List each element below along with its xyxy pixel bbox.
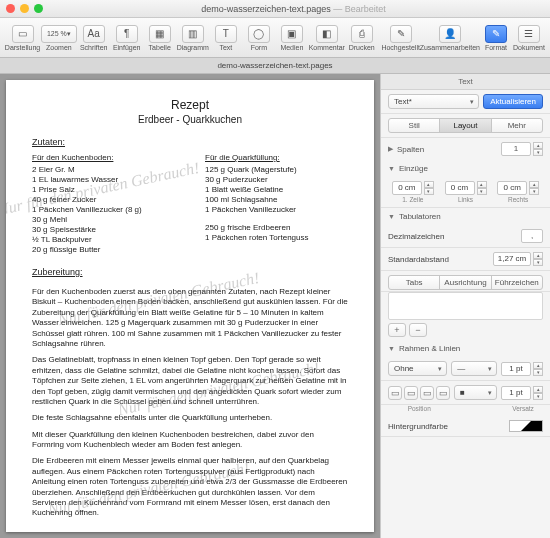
indent-first[interactable]: 0 cm: [392, 181, 422, 195]
canvas[interactable]: Nur für den privaten Gebrauch! Nur für d…: [0, 74, 380, 538]
traffic-lights: [6, 4, 43, 13]
border-pos-1[interactable]: ▭: [388, 386, 402, 400]
inspector: Text Text* Aktualisieren Stil Layout Meh…: [380, 74, 550, 538]
prep-heading: Zubereitung:: [32, 267, 348, 277]
remove-tabstop-button[interactable]: −: [409, 323, 427, 337]
insert-button[interactable]: ¶Einfügen: [112, 25, 142, 51]
update-style-button[interactable]: Aktualisieren: [483, 94, 543, 109]
columns-row[interactable]: ▶Spalten 1 ▴▾: [381, 138, 550, 160]
border-style-popup[interactable]: Ohne: [388, 361, 447, 376]
close-icon[interactable]: [6, 4, 15, 13]
ingredient-col-2: Für die Quarkfüllung: 125 g Quark (Mager…: [205, 153, 348, 255]
doc-status: Bearbeitet: [345, 4, 386, 14]
tab-layout[interactable]: Layout: [439, 118, 491, 133]
border-line-popup[interactable]: —: [451, 361, 497, 376]
tab-style[interactable]: Stil: [388, 118, 440, 133]
tip-button[interactable]: ✎Hochgestellt: [383, 25, 419, 51]
toolbar: ▭Darstellung 125 % ▾Zoomen AaSchriften ¶…: [0, 18, 550, 58]
window-title: demo-wasserzeichen-text.pages — Bearbeit…: [43, 4, 544, 14]
bg-color-well[interactable]: [509, 420, 543, 432]
recipe-title: Rezept: [32, 98, 348, 112]
page[interactable]: Nur für den privaten Gebrauch! Nur für d…: [6, 80, 374, 532]
indents-disclosure[interactable]: ▼Einzüge: [381, 160, 550, 177]
fonts-button[interactable]: AaSchriften: [79, 25, 109, 51]
border-pos-4[interactable]: ▭: [436, 386, 450, 400]
borders-disclosure[interactable]: ▼Rahmen & Linien: [381, 340, 550, 357]
chart-button[interactable]: ▥Diagramm: [178, 25, 208, 51]
recipe-subtitle: Erdbeer - Quarkkuchen: [32, 114, 348, 125]
border-color-popup[interactable]: ■: [454, 385, 497, 400]
ingredient-col-1: Für den Kuchenboden: 2 Eier Gr. M1 EL la…: [32, 153, 175, 255]
tab-columns-header: Tabs Ausrichtung Führzeichen: [388, 275, 543, 290]
format-button[interactable]: ✎Format: [481, 25, 511, 51]
collab-button[interactable]: 👤Zusammenarbeiten: [422, 25, 478, 51]
zoom-select[interactable]: 125 % ▾Zoomen: [42, 25, 76, 51]
step-down[interactable]: ▾: [533, 149, 543, 156]
minimize-icon[interactable]: [20, 4, 29, 13]
media-button[interactable]: ▣Medien: [277, 25, 307, 51]
tab-more[interactable]: Mehr: [491, 118, 543, 133]
step-up[interactable]: ▴: [533, 142, 543, 149]
tabstops-disclosure[interactable]: ▼Tabulatoren: [381, 208, 550, 225]
view-button[interactable]: ▭Darstellung: [6, 25, 39, 51]
comment-button[interactable]: ◧Kommentar: [310, 25, 344, 51]
add-tabstop-button[interactable]: +: [388, 323, 406, 337]
columns-field[interactable]: 1: [501, 142, 531, 156]
indent-right[interactable]: 0 cm: [497, 181, 527, 195]
tabstops-list[interactable]: [388, 292, 543, 320]
border-width-1[interactable]: 1 pt: [501, 362, 531, 376]
border-width-2[interactable]: 1 pt: [501, 386, 531, 400]
zoom-icon[interactable]: [34, 4, 43, 13]
default-tab-field[interactable]: 1,27 cm: [493, 252, 531, 266]
ingredients-heading: Zutaten:: [32, 137, 348, 147]
print-button[interactable]: ⎙Drucken: [347, 25, 377, 51]
shape-button[interactable]: ◯Form: [244, 25, 274, 51]
textbox-button[interactable]: TText: [211, 25, 241, 51]
document-tab[interactable]: demo-wasserzeichen-text.pages: [0, 58, 550, 74]
inspector-title: Text: [381, 74, 550, 90]
indent-left[interactable]: 0 cm: [445, 181, 475, 195]
doc-filename: demo-wasserzeichen-text.pages: [201, 4, 331, 14]
paragraph-style-popup[interactable]: Text*: [388, 94, 479, 109]
table-button[interactable]: ▦Tabelle: [145, 25, 175, 51]
decimal-char-field[interactable]: ,: [521, 229, 543, 243]
titlebar: demo-wasserzeichen-text.pages — Bearbeit…: [0, 0, 550, 18]
document-button[interactable]: ☰Dokument: [514, 25, 544, 51]
border-pos-3[interactable]: ▭: [420, 386, 434, 400]
recipe-body: Für den Kuchenboden zuerst aus den oben …: [32, 287, 348, 519]
border-pos-2[interactable]: ▭: [404, 386, 418, 400]
inspector-tabs: Stil Layout Mehr: [388, 118, 543, 133]
